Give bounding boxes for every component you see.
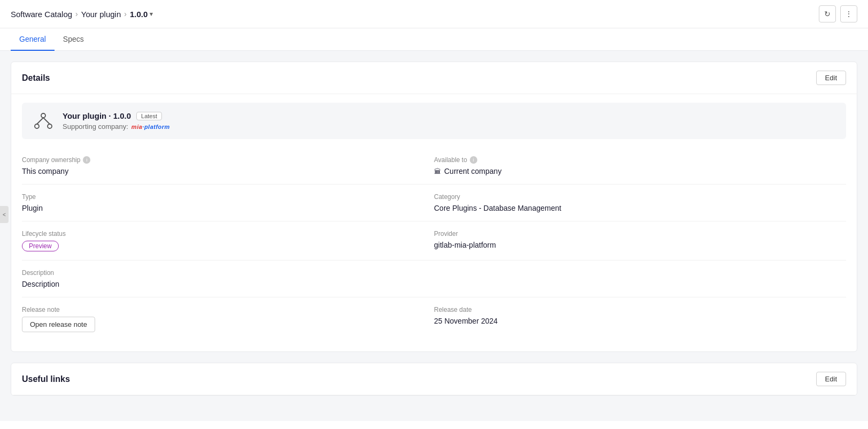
field-value-description: Description <box>22 280 413 288</box>
tab-specs[interactable]: Specs <box>55 28 92 51</box>
details-grid: Company ownership i This company Availab… <box>11 148 857 351</box>
field-description: Description Description <box>22 261 434 297</box>
tab-general[interactable]: General <box>11 28 55 51</box>
svg-point-1 <box>35 124 39 128</box>
field-value-release-date: 25 November 2024 <box>434 317 846 325</box>
useful-links-card: Useful links Edit <box>11 363 857 396</box>
breadcrumb-sep-2: › <box>124 10 127 18</box>
svg-point-2 <box>48 124 52 128</box>
refresh-button[interactable]: ↻ <box>819 5 836 22</box>
field-provider: Provider gitlab-mia-platform <box>434 221 846 261</box>
field-label-release-note: Release note <box>22 306 413 313</box>
field-value-available-to: 🏛 Current company <box>434 167 846 175</box>
breadcrumb-sep-1: › <box>75 10 78 18</box>
collapse-toggle[interactable]: < <box>0 206 9 223</box>
svg-line-3 <box>37 118 43 124</box>
breadcrumb-root[interactable]: Software Catalog <box>11 10 72 19</box>
building-icon: 🏛 <box>434 167 441 175</box>
field-label-company-ownership: Company ownership i <box>22 156 413 164</box>
plugin-icon <box>33 110 54 132</box>
page-wrapper: Software Catalog › Your plugin › 1.0.0 ▾… <box>0 0 868 429</box>
details-title: Details <box>22 73 50 83</box>
chevron-down-icon: ▾ <box>150 11 153 18</box>
breadcrumb-version: 1.0.0 <box>130 10 148 19</box>
more-actions-button[interactable]: ⋮ <box>840 5 857 22</box>
field-label-provider: Provider <box>434 230 846 238</box>
details-edit-button[interactable]: Edit <box>816 71 846 85</box>
svg-point-0 <box>41 113 45 118</box>
field-category: Category Core Plugins - Database Managem… <box>434 185 846 221</box>
company-logo: mia·platform <box>131 124 170 130</box>
field-type: Type Plugin <box>22 185 434 221</box>
breadcrumb-bar: Software Catalog › Your plugin › 1.0.0 ▾… <box>0 0 868 28</box>
field-value-company-ownership: This company <box>22 167 413 175</box>
plugin-name-row: Your plugin · 1.0.0 Latest <box>63 111 170 120</box>
plugin-meta: Your plugin · 1.0.0 Latest Supporting co… <box>63 111 170 131</box>
field-label-lifecycle: Lifecycle status <box>22 230 413 238</box>
field-available-to: Available to i 🏛 Current company <box>434 148 846 185</box>
header-actions: ↻ ⋮ <box>819 5 857 22</box>
breadcrumb-parent[interactable]: Your plugin <box>81 10 121 19</box>
field-value-release-note: Open release note <box>22 317 413 332</box>
details-card: Details Edit Your plugin · 1.0.0 <box>11 62 857 352</box>
plugin-name: Your plugin · 1.0.0 <box>63 111 131 120</box>
field-empty-right <box>434 261 846 297</box>
field-label-available-to: Available to i <box>434 156 846 164</box>
breadcrumb-current[interactable]: 1.0.0 ▾ <box>130 10 153 19</box>
tabs-bar: General Specs <box>0 28 868 51</box>
details-header: Details Edit <box>11 62 857 94</box>
latest-badge: Latest <box>136 112 162 120</box>
plugin-company: Supporting company: mia·platform <box>63 122 170 131</box>
breadcrumb: Software Catalog › Your plugin › 1.0.0 ▾ <box>11 10 819 19</box>
supporting-company-label: Supporting company: <box>63 122 128 131</box>
useful-links-edit-button[interactable]: Edit <box>816 372 846 386</box>
field-label-description: Description <box>22 269 413 277</box>
main-content: Details Edit Your plugin · 1.0.0 <box>0 51 868 421</box>
field-release-date: Release date 25 November 2024 <box>434 297 846 341</box>
field-value-lifecycle: Preview <box>22 241 413 251</box>
info-icon-company-ownership[interactable]: i <box>83 156 90 164</box>
useful-links-header: Useful links Edit <box>11 363 857 395</box>
field-label-category: Category <box>434 193 846 201</box>
field-value-type: Plugin <box>22 204 413 212</box>
useful-links-title: Useful links <box>22 374 70 384</box>
field-lifecycle-status: Lifecycle status Preview <box>22 221 434 261</box>
field-label-release-date: Release date <box>434 306 846 313</box>
plugin-info-card: Your plugin · 1.0.0 Latest Supporting co… <box>22 103 846 139</box>
field-value-category: Core Plugins - Database Management <box>434 204 846 212</box>
open-release-note-button[interactable]: Open release note <box>22 317 95 332</box>
info-icon-available-to[interactable]: i <box>470 156 477 164</box>
field-value-provider: gitlab-mia-platform <box>434 241 846 249</box>
svg-line-4 <box>43 118 50 124</box>
field-label-type: Type <box>22 193 413 201</box>
field-company-ownership: Company ownership i This company <box>22 148 434 185</box>
field-release-note: Release note Open release note <box>22 297 434 341</box>
preview-badge: Preview <box>22 241 59 251</box>
